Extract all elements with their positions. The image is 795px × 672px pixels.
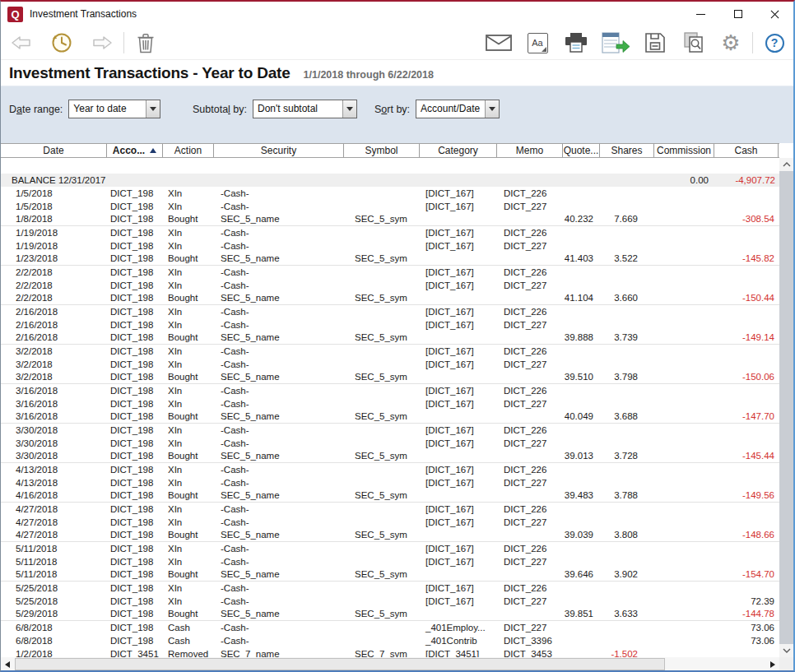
column-header-security[interactable]: Security — [214, 144, 344, 157]
table-row[interactable]: 2/2/2018 DICT_198 XIn -Cash- [DICT_167] … — [1, 279, 779, 292]
scroll-up-button[interactable] — [779, 158, 793, 171]
cell-security: SEC_5_name — [214, 253, 344, 265]
table-row[interactable]: 1/5/2018 DICT_198 XIn -Cash- [DICT_167] … — [1, 200, 779, 213]
table-row[interactable]: 5/11/2018 DICT_198 XIn -Cash- [DICT_167]… — [1, 555, 779, 568]
table-row[interactable]: 2/2/2018 DICT_198 Bought SEC_5_name SEC_… — [1, 292, 779, 305]
table-row[interactable]: 2/16/2018 DICT_198 Bought SEC_5_name SEC… — [1, 331, 779, 345]
column-header-category[interactable]: Category — [420, 144, 497, 157]
table-row[interactable]: 4/27/2018 DICT_198 Bought SEC_5_name SEC… — [1, 529, 779, 542]
subtotal-dropdown-button[interactable] — [342, 100, 356, 118]
table-row[interactable]: 5/29/2018 DICT_198 Bought SEC_5_name SEC… — [1, 608, 779, 621]
back-button[interactable] — [7, 29, 35, 57]
save-button[interactable] — [641, 29, 669, 57]
column-header-quote[interactable]: Quote... — [563, 144, 600, 157]
table-row[interactable]: 2/16/2018 DICT_198 XIn -Cash- [DICT_167]… — [1, 305, 779, 318]
table-row[interactable]: 3/30/2018 DICT_198 XIn -Cash- [DICT_167]… — [1, 437, 779, 450]
table-row[interactable]: 5/25/2018 DICT_198 XIn -Cash- [DICT_167]… — [1, 595, 779, 608]
table-row[interactable]: 3/2/2018 DICT_198 XIn -Cash- [DICT_167] … — [1, 358, 779, 371]
cell-memo: DICT_226 — [497, 226, 563, 239]
horizontal-scrollbar[interactable] — [1, 657, 779, 671]
cell-memo: DICT_226 — [497, 503, 563, 516]
email-button[interactable] — [485, 29, 513, 57]
cell-security: SEC_5_name — [214, 608, 344, 620]
table-row[interactable]: 6/8/2018 DICT_198 Cash -Cash- _401Contri… — [1, 634, 779, 647]
scroll-right-button[interactable] — [766, 657, 779, 671]
column-header-cash[interactable]: Cash — [714, 144, 779, 157]
maximize-icon — [734, 10, 742, 18]
cell-category: [DICT_167] — [420, 476, 497, 489]
table-row[interactable]: 3/2/2018 DICT_198 Bought SEC_5_name SEC_… — [1, 371, 779, 384]
table-row[interactable]: 5/25/2018 DICT_198 XIn -Cash- [DICT_167]… — [1, 582, 779, 595]
cell-account: DICT_198 — [107, 516, 163, 529]
cell-cash — [714, 424, 779, 437]
scroll-left-button[interactable] — [1, 657, 14, 671]
table-row[interactable]: 6/8/2018 DICT_198 Cash -Cash- _401Employ… — [1, 621, 779, 634]
cell-symbol — [344, 542, 420, 555]
table-row[interactable]: 5/11/2018 DICT_198 Bought SEC_5_name SEC… — [1, 568, 779, 582]
table-row[interactable]: 1/19/2018 DICT_198 XIn -Cash- [DICT_167]… — [1, 226, 779, 239]
subtotal-select[interactable]: Don't subtotal — [253, 100, 357, 118]
column-header-action[interactable]: Action — [163, 144, 214, 157]
table-top-spacer — [1, 158, 779, 174]
table-row[interactable]: 1/23/2018 DICT_198 Bought SEC_5_name SEC… — [1, 253, 779, 266]
table-row[interactable]: 4/16/2018 DICT_198 Bought SEC_5_name SEC… — [1, 489, 779, 503]
table-row[interactable]: 3/30/2018 DICT_198 XIn -Cash- [DICT_167]… — [1, 424, 779, 437]
export-button[interactable] — [601, 29, 630, 57]
vertical-scrollbar-thumb[interactable] — [779, 171, 793, 644]
cell-security: -Cash- — [214, 226, 344, 239]
forward-button[interactable] — [88, 29, 116, 57]
cell-shares — [600, 621, 654, 634]
date-range-dropdown-button[interactable] — [146, 100, 160, 118]
print-button[interactable] — [562, 29, 590, 57]
cell-symbol — [344, 397, 420, 410]
close-button[interactable] — [756, 2, 793, 26]
minimize-button[interactable] — [682, 2, 719, 26]
print-preview-button[interactable] — [680, 29, 708, 57]
table-row[interactable]: 3/16/2018 DICT_198 XIn -Cash- [DICT_167]… — [1, 397, 779, 410]
column-header-symbol[interactable]: Symbol — [344, 144, 420, 157]
sort-select[interactable]: Account/Date — [416, 100, 500, 118]
date-range-select[interactable]: Year to date — [68, 100, 160, 118]
table-row[interactable]: 1/2/2018 DICT_3451 Removed SEC_7_name SE… — [1, 647, 779, 657]
table-row[interactable]: 4/27/2018 DICT_198 XIn -Cash- [DICT_167]… — [1, 503, 779, 516]
column-header-shares[interactable]: Shares — [600, 144, 654, 157]
delete-button[interactable] — [132, 29, 160, 57]
column-header-memo[interactable]: Memo — [497, 144, 563, 157]
table-row[interactable]: 2/2/2018 DICT_198 XIn -Cash- [DICT_167] … — [1, 266, 779, 279]
table-row[interactable]: 3/30/2018 DICT_198 Bought SEC_5_name SEC… — [1, 450, 779, 463]
scrollbar-corner — [779, 657, 793, 671]
maximize-button[interactable] — [719, 2, 756, 26]
table-row[interactable]: 1/5/2018 DICT_198 XIn -Cash- [DICT_167] … — [1, 187, 779, 200]
table-row[interactable]: 4/27/2018 DICT_198 XIn -Cash- [DICT_167]… — [1, 516, 779, 529]
help-icon: ? — [765, 34, 784, 53]
cell-memo: DICT_226 — [497, 582, 563, 595]
vertical-scrollbar[interactable] — [779, 158, 793, 657]
table-row[interactable]: 5/11/2018 DICT_198 XIn -Cash- [DICT_167]… — [1, 542, 779, 555]
table-row[interactable]: 1/19/2018 DICT_198 XIn -Cash- [DICT_167]… — [1, 239, 779, 253]
cell-account: DICT_198 — [107, 187, 163, 200]
cell-security: -Cash- — [214, 200, 344, 213]
table-row[interactable]: 3/16/2018 DICT_198 Bought SEC_5_name SEC… — [1, 410, 779, 424]
table-row[interactable]: 1/8/2018 DICT_198 Bought SEC_5_name SEC_… — [1, 213, 779, 226]
balance-row[interactable]: BALANCE 12/31/2017 0.00 -4,907.72 — [1, 174, 779, 187]
cell-security: SEC_5_name — [214, 489, 344, 502]
history-button[interactable] — [48, 29, 76, 57]
cell-commission — [654, 621, 714, 634]
horizontal-scrollbar-thumb[interactable] — [15, 658, 665, 670]
sort-dropdown-button[interactable] — [485, 100, 499, 118]
settings-button[interactable]: ⚙ — [717, 29, 745, 57]
column-header-date[interactable]: Date — [1, 144, 107, 157]
scroll-down-button[interactable] — [779, 644, 793, 657]
cell-security: SEC_5_name — [214, 213, 344, 225]
table-row[interactable]: 3/2/2018 DICT_198 XIn -Cash- [DICT_167] … — [1, 345, 779, 358]
column-header-commission[interactable]: Commission — [654, 144, 714, 157]
table-row[interactable]: 4/13/2018 DICT_198 XIn -Cash- [DICT_167]… — [1, 476, 779, 489]
table-row[interactable]: 4/13/2018 DICT_198 XIn -Cash- [DICT_167]… — [1, 463, 779, 476]
table-row[interactable]: 2/16/2018 DICT_198 XIn -Cash- [DICT_167]… — [1, 318, 779, 331]
fonts-button[interactable]: Aa — [523, 29, 551, 57]
report-date-range: 1/1/2018 through 6/22/2018 — [304, 66, 434, 81]
table-row[interactable]: 3/16/2018 DICT_198 XIn -Cash- [DICT_167]… — [1, 384, 779, 397]
cell-account: DICT_198 — [107, 213, 163, 225]
help-button[interactable]: ? — [760, 29, 788, 57]
column-header-account[interactable]: Acco... — [107, 144, 163, 157]
